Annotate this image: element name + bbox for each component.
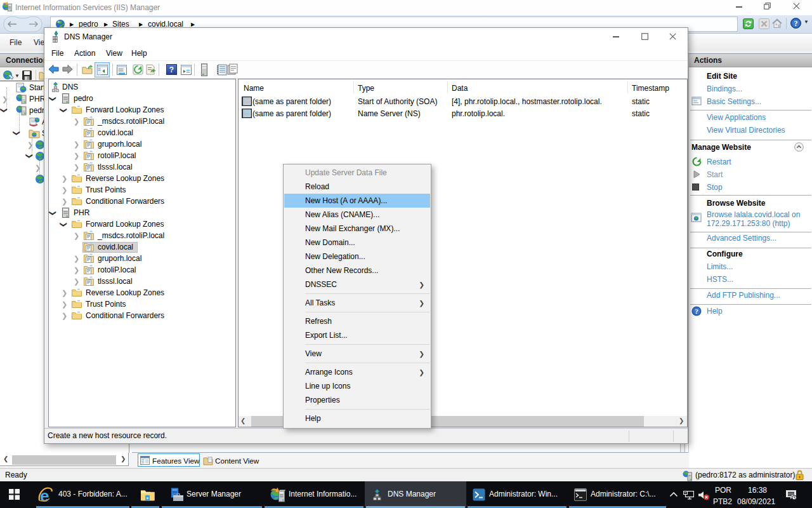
svg-text:?: ?	[695, 307, 698, 315]
svg-text:?: ?	[794, 20, 798, 27]
